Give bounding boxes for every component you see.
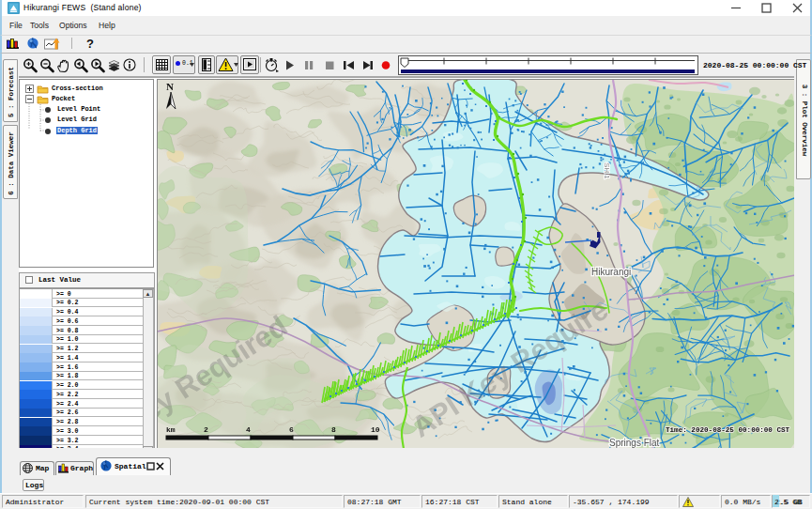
svg-text:6: 6 [289, 425, 294, 434]
svg-text:N: N [166, 81, 174, 92]
svg-text:SH 1: SH 1 [603, 162, 611, 179]
svg-text:Time: 2020-08-25 00:00:00 CST: Time: 2020-08-25 00:00:00 CST [666, 426, 790, 434]
svg-text:Hikurangi: Hikurangi [591, 267, 631, 277]
svg-text:2: 2 [204, 425, 208, 434]
svg-text:10: 10 [371, 425, 380, 434]
svg-text:8: 8 [331, 425, 336, 434]
svg-text:km: km [166, 425, 176, 434]
svg-text:4: 4 [246, 425, 251, 434]
svg-text:Springs Flat: Springs Flat [609, 438, 660, 448]
